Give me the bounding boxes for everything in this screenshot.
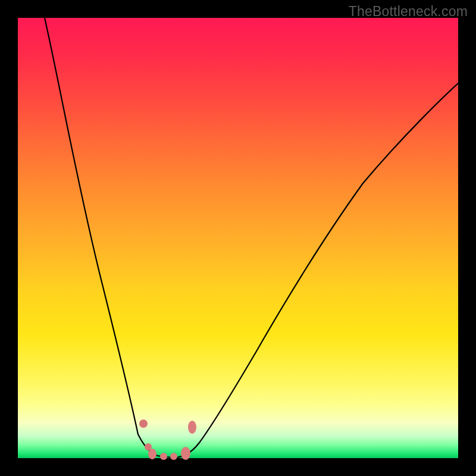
curve-layer [18,18,458,458]
plot-area [18,18,458,458]
data-marker [139,419,148,428]
chart-frame: TheBottleneck.com [0,0,476,476]
bottleneck-curve-right [176,83,458,458]
data-marker [188,421,196,434]
data-marker [170,453,177,460]
data-marker [148,449,156,459]
bottleneck-curve-left [45,18,176,458]
data-marker [160,453,167,460]
watermark-text: TheBottleneck.com [349,4,468,20]
data-marker [181,447,190,460]
